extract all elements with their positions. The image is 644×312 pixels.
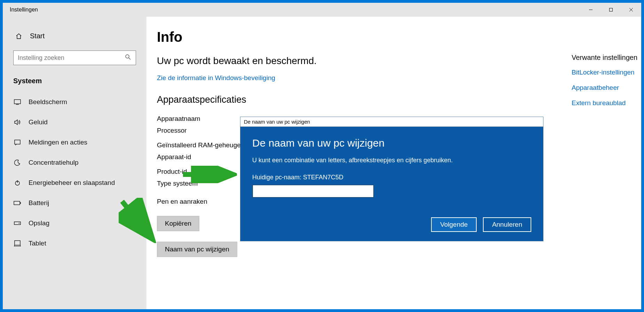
dialog-heading: De naam van uw pc wijzigen: [252, 137, 531, 149]
sidebar-item-power[interactable]: Energiebeheer en slaapstand: [3, 173, 146, 193]
sidebar-item-notifications[interactable]: Meldingen en acties: [3, 132, 146, 153]
dialog-description: U kunt een combinatie van letters, afbre…: [252, 157, 531, 164]
link-bitlocker[interactable]: BitLocker-instellingen: [572, 69, 641, 76]
specs-heading: Apparaatspecificaties: [157, 94, 641, 105]
sidebar-item-label: Meldingen en acties: [29, 139, 87, 146]
copy-button[interactable]: Kopiëren: [157, 216, 199, 231]
sidebar-item-label: Geluid: [29, 118, 48, 126]
related-settings: Verwante instellingen BitLocker-instelli…: [572, 54, 641, 115]
page-heading: Info: [157, 29, 641, 45]
titlebar: Instellingen: [3, 3, 641, 17]
sidebar-item-label: Energiebeheer en slaapstand: [29, 179, 115, 187]
dialog-current-name: Huidige pc-naam: STEFAN7C5D: [252, 174, 531, 181]
search-icon: [125, 54, 131, 62]
protection-heading: Uw pc wordt bewaakt en beschermd.: [157, 55, 641, 67]
svg-rect-13: [14, 222, 21, 225]
close-button[interactable]: [621, 3, 641, 17]
sidebar-item-storage[interactable]: Opslag: [3, 213, 146, 233]
search-input[interactable]: [13, 50, 136, 65]
maximize-button[interactable]: [601, 3, 621, 17]
dialog-actions: Volgende Annuleren: [252, 217, 531, 232]
sidebar-item-label: Tablet: [29, 240, 46, 247]
link-device-manager[interactable]: Apparaatbeheer: [572, 84, 641, 92]
sidebar-item-label: Opslag: [29, 219, 49, 227]
settings-window: Instellingen Start: [3, 3, 641, 309]
sidebar-item-tablet[interactable]: Tablet: [3, 233, 146, 254]
notifications-icon: [13, 139, 22, 146]
svg-rect-6: [14, 100, 21, 104]
svg-point-4: [126, 55, 129, 58]
power-icon: [13, 180, 22, 186]
storage-icon: [13, 221, 22, 226]
svg-rect-1: [610, 8, 613, 11]
svg-rect-15: [15, 241, 20, 245]
sidebar-item-label: Beeldscherm: [29, 98, 67, 106]
tablet-icon: [13, 240, 22, 247]
sidebar-item-label: Batterij: [29, 199, 49, 207]
cancel-button[interactable]: Annuleren: [483, 217, 531, 232]
moon-icon: [13, 159, 22, 166]
security-link[interactable]: Zie de informatie in Windows-beveiliging: [157, 74, 275, 81]
sidebar-section-label: Systeem: [3, 75, 146, 92]
battery-icon: [13, 201, 22, 205]
sidebar: Start Systeem Beeldscherm Geluid Melding…: [3, 17, 146, 309]
pc-name-input[interactable]: [252, 185, 374, 198]
link-remote-desktop[interactable]: Extern bureaublad: [572, 99, 641, 107]
nav-home[interactable]: Start: [3, 28, 146, 44]
search-wrap: [3, 44, 146, 75]
sidebar-item-label: Concentratiehulp: [29, 159, 79, 166]
related-heading: Verwante instellingen: [572, 54, 641, 62]
next-button[interactable]: Volgende: [431, 217, 477, 232]
sidebar-item-focus[interactable]: Concentratiehulp: [3, 153, 146, 173]
window-title: Instellingen: [3, 7, 581, 13]
window-body: Start Systeem Beeldscherm Geluid Melding…: [3, 17, 641, 309]
svg-rect-11: [14, 201, 20, 205]
nav-home-label: Start: [30, 32, 45, 40]
dialog-titlebar: De naam van uw pc wijzigen: [240, 117, 543, 127]
sidebar-item-sound[interactable]: Geluid: [3, 112, 146, 132]
home-icon: [15, 33, 23, 40]
sound-icon: [13, 119, 22, 125]
svg-line-5: [129, 58, 130, 60]
svg-point-14: [19, 223, 19, 224]
sidebar-item-display[interactable]: Beeldscherm: [3, 92, 146, 112]
svg-rect-8: [15, 140, 20, 144]
sidebar-item-battery[interactable]: Batterij: [3, 193, 146, 213]
svg-rect-12: [20, 202, 21, 204]
minimize-button[interactable]: [581, 3, 601, 17]
dialog-body: De naam van uw pc wijzigen U kunt een co…: [240, 127, 543, 241]
window-controls: [581, 3, 641, 17]
rename-dialog: De naam van uw pc wijzigen De naam van u…: [240, 117, 543, 241]
display-icon: [13, 99, 22, 105]
rename-pc-button[interactable]: Naam van pc wijzigen: [157, 242, 237, 257]
